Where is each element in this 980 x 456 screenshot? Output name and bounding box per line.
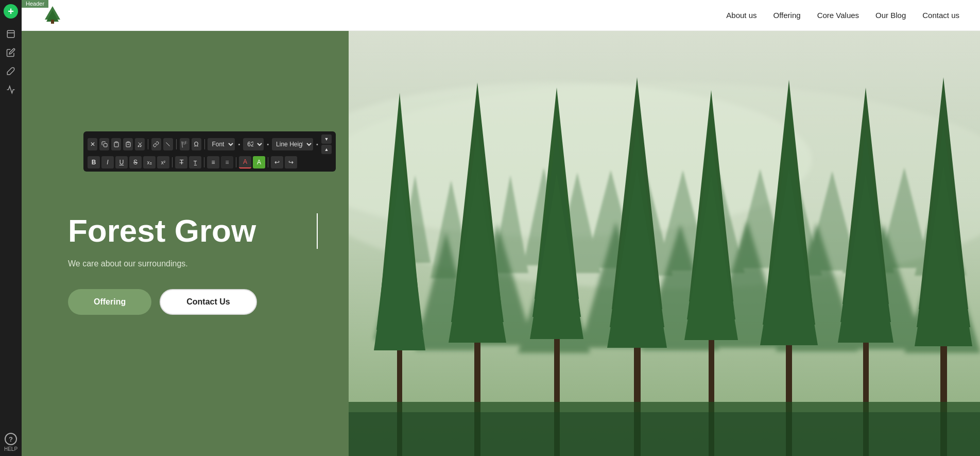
hero-right-panel [349, 31, 980, 456]
toolbar-size-select[interactable]: 62px [243, 138, 264, 150]
hero-subtext: We care about our surroundings. [68, 259, 318, 268]
nav-core-values[interactable]: Core Values [817, 11, 859, 20]
svg-rect-5 [104, 144, 107, 147]
add-button[interactable] [4, 4, 18, 19]
toolbar-font-select[interactable]: Font [208, 138, 235, 150]
logo-tree-icon [42, 5, 63, 26]
svg-point-10 [140, 146, 141, 147]
toolbar-scissors-btn[interactable] [163, 138, 173, 150]
toolbar-cut-btn[interactable] [135, 138, 145, 150]
toolbar-fontcolor-btn[interactable]: A [239, 156, 251, 168]
main-content: Header About us Offering Core Values Our… [22, 0, 980, 456]
toolbar-alignleft-btn[interactable]: ≡ [207, 156, 219, 168]
toolbar-paste-text-btn[interactable] [123, 138, 133, 150]
size-dot: • [266, 141, 270, 147]
toolbar-omega-btn[interactable]: Ω [192, 138, 201, 150]
toolbar-close-btn[interactable]: ✕ [88, 138, 97, 150]
site-header: Header About us Offering Core Values Our… [22, 0, 980, 31]
hero-section: ✕ [22, 31, 980, 456]
text-editing-toolbar: ✕ [83, 131, 336, 172]
hero-left-panel: ✕ [22, 31, 349, 456]
sidebar: ? HELP [0, 0, 22, 456]
toolbar-code-btn[interactable]: T̲ [189, 156, 201, 168]
toolbar-copy-btn[interactable] [99, 138, 109, 150]
svg-rect-4 [51, 20, 54, 24]
toolbar-highlight-btn[interactable]: A [253, 156, 265, 168]
contact-button[interactable]: Contact Us [160, 289, 256, 315]
svg-rect-0 [7, 30, 14, 38]
svg-rect-76 [349, 412, 980, 456]
toolbar-row-1: ✕ [88, 134, 332, 154]
pages-icon[interactable] [3, 26, 19, 42]
toolbar-paste-btn[interactable] [111, 138, 121, 150]
logo [42, 5, 63, 26]
toolbar-collapse-down-btn[interactable]: ▼ [321, 134, 332, 144]
help-button[interactable]: ? HELP [4, 433, 18, 452]
toolbar-subscript-btn[interactable]: x₂ [143, 156, 156, 168]
edit-icon[interactable] [3, 44, 19, 61]
offering-button[interactable]: Offering [68, 289, 151, 315]
toolbar-alignright-btn[interactable]: ≡ [221, 156, 233, 168]
toolbar-link-btn[interactable] [151, 138, 161, 150]
nav-contact[interactable]: Contact us [922, 11, 959, 20]
lineheight-dot: • [315, 141, 319, 147]
toolbar-lineheight-select[interactable]: Line Height [272, 138, 313, 150]
toolbar-superscript-btn[interactable]: x² [157, 156, 169, 168]
toolbar-redo-btn[interactable]: ↪ [285, 156, 297, 168]
toolbar-underline-btn[interactable]: U [115, 156, 128, 168]
analytics-icon[interactable] [3, 81, 19, 98]
hero-buttons: Offering Contact Us [68, 289, 318, 315]
hero-heading: Forest Grow [68, 213, 318, 248]
nav-offering[interactable]: Offering [773, 11, 801, 20]
toolbar-collapse-up-btn[interactable]: ▲ [321, 145, 332, 154]
nav-our-blog[interactable]: Our Blog [875, 11, 906, 20]
toolbar-clearformat-btn[interactable]: T̶ [175, 156, 187, 168]
toolbar-flag-btn[interactable]: 🏴 [180, 138, 190, 150]
svg-rect-6 [115, 142, 117, 143]
brush-icon[interactable] [3, 63, 19, 79]
svg-point-9 [138, 146, 139, 147]
toolbar-bold-btn[interactable]: B [88, 156, 100, 168]
header-label: Header [22, 0, 48, 8]
nav-about[interactable]: About us [726, 11, 757, 20]
toolbar-row-2: B I U S x₂ x² T̶ T̲ ≡ ≡ A A ↩ [88, 156, 332, 168]
svg-rect-7 [127, 142, 129, 143]
main-nav: About us Offering Core Values Our Blog C… [726, 11, 959, 20]
font-dot: • [237, 141, 241, 147]
toolbar-strikethrough-btn[interactable]: S [129, 156, 142, 168]
toolbar-undo-btn[interactable]: ↩ [271, 156, 283, 168]
toolbar-italic-btn[interactable]: I [101, 156, 114, 168]
forest-illustration [349, 31, 980, 456]
svg-line-13 [166, 143, 170, 146]
